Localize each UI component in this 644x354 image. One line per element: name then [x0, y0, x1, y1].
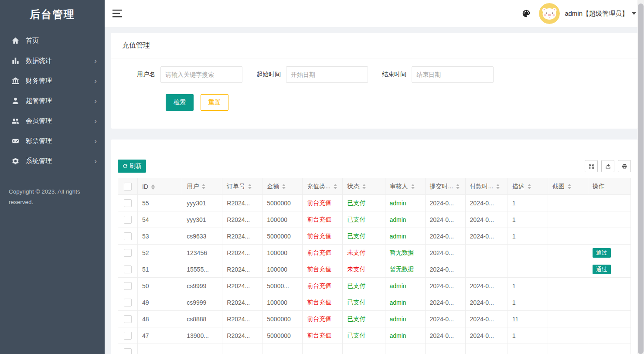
column-label: 用户 — [187, 183, 199, 190]
row-checkbox[interactable] — [124, 299, 132, 306]
row-checkbox[interactable] — [124, 332, 132, 340]
cell-id: 54 — [137, 211, 182, 228]
column-header-status: 状态 — [343, 178, 385, 195]
cell-status — [343, 344, 385, 354]
sort-icon[interactable] — [411, 184, 415, 189]
sort-icon[interactable] — [248, 184, 252, 189]
approve-button[interactable]: 通过 — [593, 265, 611, 274]
row-checkbox[interactable] — [124, 315, 132, 323]
sort-icon[interactable] — [362, 184, 366, 189]
sidebar-item-members[interactable]: 会员管理› — [0, 111, 105, 131]
cell-user: 123456 — [182, 245, 222, 261]
cell-value: 5000000 — [267, 316, 291, 323]
column-label: 充值类... — [307, 183, 331, 190]
sidebar-item-finance[interactable]: 财务管理› — [0, 71, 105, 91]
menu-toggle-icon[interactable] — [112, 10, 123, 17]
user-avatar[interactable] — [539, 3, 560, 24]
app-logo: 后台管理 — [0, 0, 105, 29]
scrollbar-thumb[interactable] — [638, 3, 644, 354]
row-checkbox[interactable] — [124, 348, 132, 354]
cell-value: 已支付 — [347, 332, 365, 339]
reset-button[interactable]: 重置 — [201, 94, 228, 111]
column-header-checkbox — [118, 178, 138, 195]
sort-icon[interactable] — [456, 184, 460, 189]
cell-value: 49 — [142, 299, 149, 306]
theme-palette-icon[interactable] — [521, 9, 531, 18]
cell-value: R2024... — [227, 233, 250, 240]
cell-value: 51 — [142, 266, 149, 273]
columns-icon — [588, 163, 595, 170]
sidebar-item-stats[interactable]: 数据统计› — [0, 51, 105, 71]
cell-value: 1 — [512, 233, 516, 240]
cell-id: 47 — [137, 327, 182, 344]
sidebar-item-label: 首页 — [26, 37, 97, 45]
cell-checkbox — [118, 344, 138, 354]
bank-icon — [11, 77, 20, 85]
username-input[interactable] — [160, 66, 242, 83]
table-head: ID用户订单号金额充值类...状态审核人提交时...付款时...描述截图操作 — [118, 178, 631, 195]
copyright-text: Copyright © 2023. All rights reserved. — [0, 187, 105, 208]
row-checkbox[interactable] — [124, 266, 132, 273]
row-checkbox[interactable] — [124, 249, 132, 257]
column-label: 截图 — [552, 183, 565, 190]
content: 充值管理 用户名 起始时间 结束时间 — [105, 27, 644, 354]
gamepad-icon — [11, 137, 20, 145]
row-checkbox-cell — [118, 294, 138, 311]
row-checkbox[interactable] — [124, 232, 132, 240]
sort-icon[interactable] — [528, 184, 531, 189]
filter-form: 用户名 起始时间 结束时间 检索 — [111, 58, 637, 129]
sidebar-item-lottery[interactable]: 彩票管理› — [0, 131, 105, 151]
cell-order_no: R2024... — [222, 261, 262, 278]
cell-user: yyy301 — [182, 211, 222, 228]
cell-value: 48 — [142, 316, 149, 323]
start-date-input[interactable] — [286, 66, 368, 83]
cell-value: 123456 — [187, 249, 207, 256]
row-checkbox-cell — [118, 278, 138, 294]
end-date-input[interactable] — [412, 66, 494, 83]
vertical-scrollbar[interactable] — [637, 0, 644, 354]
cell-pay_time: 2024-0... — [465, 294, 508, 311]
cell-pay_time — [465, 261, 508, 278]
cell-value: 100000 — [267, 299, 287, 306]
cell-screenshot — [548, 311, 588, 327]
filter-columns-button[interactable] — [585, 160, 598, 172]
cell-value: 前台充值 — [307, 249, 331, 256]
cell-type — [303, 344, 343, 354]
sort-icon[interactable] — [496, 184, 500, 189]
cell-value: 1 — [512, 332, 516, 339]
sidebar-item-system[interactable]: 系统管理› — [0, 151, 105, 171]
row-checkbox[interactable] — [124, 199, 132, 207]
cell-value: 5000000 — [267, 332, 291, 339]
search-button[interactable]: 检索 — [166, 94, 194, 111]
cell-status: 已支付 — [343, 211, 385, 228]
sort-icon[interactable] — [202, 184, 205, 189]
cell-pay_time: 2024-0... — [465, 327, 508, 344]
cell-value: 2024-0... — [470, 316, 494, 323]
approve-button[interactable]: 通过 — [593, 248, 611, 258]
row-checkbox-cell — [118, 311, 138, 327]
user-menu[interactable]: admin【超级管理员】 — [565, 10, 636, 18]
print-button[interactable] — [618, 160, 631, 172]
cell-value: R2024... — [227, 299, 250, 306]
sort-icon[interactable] — [568, 184, 571, 189]
gear-icon — [11, 157, 20, 165]
table-card: 刷新 ID — [111, 140, 637, 354]
sort-icon[interactable] — [334, 184, 337, 189]
sidebar-item-home[interactable]: 首页 — [0, 31, 105, 51]
cell-value: admin — [390, 316, 406, 323]
cell-value: 1 — [512, 299, 516, 306]
export-button[interactable] — [601, 160, 614, 172]
sidebar-item-label: 财务管理 — [26, 77, 94, 85]
cell-value: 前台充值 — [307, 266, 331, 272]
sort-icon[interactable] — [282, 184, 286, 189]
sort-icon[interactable] — [151, 184, 155, 190]
sidebar-item-admins[interactable]: 超管管理› — [0, 91, 105, 111]
refresh-button[interactable]: 刷新 — [118, 160, 146, 173]
row-checkbox[interactable] — [124, 282, 132, 290]
select-all-checkbox[interactable] — [124, 183, 132, 191]
row-checkbox[interactable] — [124, 216, 132, 224]
cell-value: 未支付 — [347, 266, 365, 272]
sidebar-item-label: 系统管理 — [26, 157, 94, 165]
cell-value: 1 — [512, 200, 516, 207]
cell-op — [588, 327, 630, 344]
